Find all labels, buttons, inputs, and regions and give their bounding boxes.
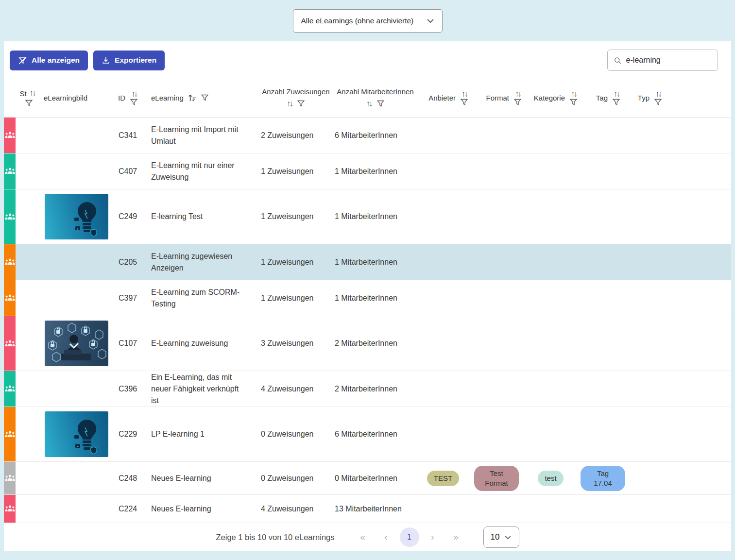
filter-icon[interactable]: [376, 100, 385, 108]
row-tag: Tag 17.04: [579, 466, 627, 491]
column-header-type: Typ ↑↓: [627, 79, 662, 117]
groups-icon: [4, 503, 16, 514]
status-cell: [4, 244, 42, 280]
last-page-button[interactable]: »: [444, 532, 468, 543]
sort-icon[interactable]: ↑↓: [131, 90, 137, 98]
table-row[interactable]: C107 E-Learning zuweisung 3 Zuweisungen …: [4, 316, 731, 371]
chevron-down-icon: [427, 18, 434, 23]
table-row[interactable]: C397 E-Learning zum SCORM-Testing 1 Zuwe…: [4, 280, 731, 316]
sort-icon[interactable]: ↑↓: [30, 88, 35, 98]
filter-icon[interactable]: [513, 98, 522, 106]
row-title: E-Learning mit Import mit Umlaut: [151, 124, 253, 147]
status-strip: [4, 462, 16, 494]
table-row[interactable]: C229 LP E-learning 1 0 Zuweisungen 6 Mit…: [4, 407, 731, 462]
row-id: C229: [111, 430, 151, 439]
row-title: E-Learning zuweisung: [151, 338, 253, 349]
provider-badge: TEST: [427, 471, 459, 486]
row-assignments: 1 Zuweisungen: [253, 167, 331, 176]
sort-icon[interactable]: ↑↓: [366, 99, 372, 109]
row-id: C249: [111, 212, 151, 221]
groups-icon: [4, 130, 16, 141]
filter-icon[interactable]: [460, 98, 468, 106]
top-bar: Alle eLearnings (ohne archivierte): [0, 0, 735, 41]
sort-icon[interactable]: ↑↓: [462, 90, 467, 98]
search-input[interactable]: [626, 56, 712, 65]
status-strip: [4, 371, 16, 407]
column-header-employees: Anzahl MitarbeiterInnen ↑↓: [331, 79, 416, 117]
row-category: test: [523, 471, 579, 486]
column-header-title: eLearning: [151, 79, 253, 117]
column-header-provider: Anbieter ↑↓: [416, 79, 470, 117]
show-all-button[interactable]: Alle anzeigen: [10, 51, 88, 70]
table-row[interactable]: C249 E-learning Test 1 Zuweisungen 1 Mit…: [4, 189, 731, 244]
column-header-format: Format ↑↓: [470, 79, 523, 117]
status-strip: [4, 495, 16, 523]
thumbnail-cell: [42, 505, 111, 513]
filter-icon[interactable]: [612, 98, 620, 106]
table-row[interactable]: C341 E-Learning mit Import mit Umlaut 2 …: [4, 118, 731, 153]
status-cell: [4, 118, 42, 153]
thumbnail-cell: [42, 189, 111, 244]
filter-icon[interactable]: [130, 98, 138, 106]
column-header-image: eLearningbild: [42, 79, 111, 117]
groups-icon: [4, 211, 16, 222]
previous-page-button[interactable]: ‹: [375, 532, 398, 543]
filter-icon[interactable]: [297, 100, 305, 108]
sort-ascending-active-icon[interactable]: [188, 93, 197, 102]
download-icon: [102, 56, 110, 65]
first-page-button[interactable]: «: [351, 532, 375, 543]
filter-icon[interactable]: [201, 94, 209, 102]
search-box[interactable]: [607, 50, 718, 71]
table-row[interactable]: C224 Neues E-learning 4 Zuweisungen 13 M…: [4, 495, 731, 523]
search-icon: [614, 56, 622, 65]
row-employees: 0 MitarbeiterInnen: [331, 474, 416, 483]
pagination-summary: Zeige 1 bis 10 von 10 eLearnings: [216, 533, 334, 542]
status-strip: [4, 153, 16, 189]
row-assignments: 0 Zuweisungen: [253, 474, 331, 483]
page-size-select[interactable]: 10: [483, 526, 519, 548]
row-title: Neues E-learning: [151, 503, 253, 515]
view-filter-value: Alle eLearnings (ohne archivierte): [301, 17, 414, 25]
export-label: Exportieren: [115, 56, 156, 65]
row-id: C407: [111, 167, 151, 176]
status-strip: [4, 280, 16, 316]
sort-icon[interactable]: ↑↓: [614, 90, 619, 98]
thumbnail-cell: [42, 258, 111, 267]
content-panel: Alle anzeigen Exportieren St ↑↓ eLearnin…: [4, 41, 731, 551]
row-employees: 1 MitarbeiterInnen: [331, 212, 416, 221]
filter-icon[interactable]: [25, 99, 33, 107]
current-page-button[interactable]: 1: [400, 527, 419, 547]
view-filter-select[interactable]: Alle eLearnings (ohne archivierte): [293, 9, 443, 33]
filter-icon[interactable]: [569, 98, 578, 106]
status-cell: [4, 371, 42, 407]
column-header-id: ID ↑↓: [111, 79, 151, 117]
sort-icon[interactable]: ↑↓: [287, 99, 292, 109]
status-cell: [4, 407, 42, 461]
sort-icon[interactable]: ↑↓: [571, 90, 576, 98]
next-page-button[interactable]: ›: [421, 532, 444, 543]
table-row[interactable]: C396 Ein E-Learning, das mit neuer Fähig…: [4, 371, 731, 407]
column-header-status: St ↑↓: [4, 79, 42, 117]
groups-icon: [4, 256, 16, 268]
row-employees: 2 MitarbeiterInnen: [331, 339, 416, 348]
row-assignments: 4 Zuweisungen: [253, 385, 331, 393]
table-row[interactable]: C407 E-Learning mit nur einer Zuweisung …: [4, 153, 731, 189]
table-row[interactable]: C205 E-Learning zugewiesen Anzeigen 1 Zu…: [4, 244, 731, 280]
row-id: C107: [111, 339, 151, 348]
page-size-value: 10: [491, 532, 500, 542]
row-employees: 1 MitarbeiterInnen: [331, 258, 416, 267]
export-button[interactable]: Exportieren: [93, 51, 165, 70]
status-cell: [4, 462, 42, 494]
table-body: C341 E-Learning mit Import mit Umlaut 2 …: [4, 118, 731, 523]
status-strip: [4, 244, 16, 280]
row-title: E-Learning mit nur einer Zuweisung: [151, 160, 253, 183]
filter-icon[interactable]: [654, 98, 662, 106]
table-header: St ↑↓ eLearningbild ID ↑↓ eLearning Anza…: [4, 79, 731, 118]
sort-icon[interactable]: ↑↓: [515, 90, 520, 98]
status-cell: [4, 189, 42, 244]
status-cell: [4, 316, 42, 371]
table-row[interactable]: C248 Neues E-learning 0 Zuweisungen 0 Mi…: [4, 462, 731, 495]
sort-icon[interactable]: ↑↓: [655, 90, 661, 98]
tag-badge: Tag 17.04: [581, 466, 625, 491]
row-id: C248: [111, 474, 151, 483]
